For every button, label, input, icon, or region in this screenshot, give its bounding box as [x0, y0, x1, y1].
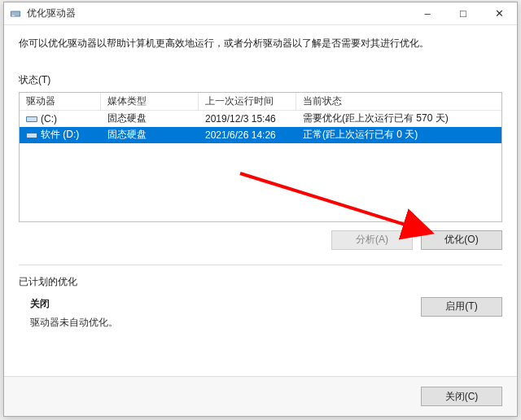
drive-icon [26, 114, 37, 124]
drive-name: 软件 (D:) [41, 128, 79, 142]
svg-rect-6 [27, 133, 37, 138]
analyze-button[interactable]: 分析(A) [331, 230, 413, 250]
media-cell: 固态硬盘 [101, 126, 199, 143]
close-window-button[interactable]: ✕ [481, 2, 517, 25]
titlebar: 优化驱动器 – □ ✕ [4, 2, 517, 25]
action-buttons: 分析(A) 优化(O) [19, 230, 502, 250]
drive-icon [26, 130, 37, 140]
drive-cell: (C:) [20, 112, 101, 126]
status-label: 状态(T) [19, 73, 502, 87]
svg-rect-4 [27, 117, 37, 121]
svg-rect-2 [12, 15, 15, 15]
description-text: 你可以优化驱动器以帮助计算机更高效地运行，或者分析驱动器以了解是否需要对其进行优… [19, 37, 502, 50]
schedule-row: 关闭 驱动器未自动优化。 启用(T) [19, 297, 502, 330]
col-drive[interactable]: 驱动器 [20, 92, 101, 111]
drive-cell: 软件 (D:) [20, 126, 101, 143]
window-title: 优化驱动器 [27, 7, 409, 20]
schedule-status: 关闭 [19, 297, 421, 311]
optimize-button[interactable]: 优化(O) [421, 230, 502, 250]
schedule-sub: 驱动器未自动优化。 [19, 316, 421, 330]
enable-button[interactable]: 启用(T) [421, 297, 502, 317]
schedule-text: 关闭 驱动器未自动优化。 [19, 297, 421, 330]
maximize-button[interactable]: □ [445, 2, 481, 25]
table-row[interactable]: 软件 (D:)固态硬盘2021/6/26 14:26正常(距上次运行已有 0 天… [20, 127, 501, 143]
app-icon [9, 7, 22, 20]
lastrun-cell: 2019/12/3 15:46 [199, 112, 296, 126]
lastrun-cell: 2021/6/26 14:26 [199, 128, 296, 142]
table-row[interactable]: (C:)固态硬盘2019/12/3 15:46需要优化(距上次运行已有 570 … [20, 111, 501, 127]
status-cell: 正常(距上次运行已有 0 天) [296, 126, 501, 143]
media-cell: 固态硬盘 [101, 110, 199, 127]
close-button[interactable]: 关闭(C) [421, 387, 502, 406]
status-cell: 需要优化(距上次运行已有 570 天) [296, 110, 501, 127]
list-header: 驱动器 媒体类型 上一次运行时间 当前状态 [20, 93, 501, 111]
minimize-button[interactable]: – [409, 2, 445, 25]
drive-name: (C:) [41, 113, 57, 125]
optimize-drives-window: 优化驱动器 – □ ✕ 你可以优化驱动器以帮助计算机更高效地运行，或者分析驱动器… [3, 2, 518, 417]
col-lastrun[interactable]: 上一次运行时间 [199, 92, 296, 111]
content-area: 你可以优化驱动器以帮助计算机更高效地运行，或者分析驱动器以了解是否需要对其进行优… [4, 25, 517, 376]
drive-list[interactable]: 驱动器 媒体类型 上一次运行时间 当前状态 (C:)固态硬盘2019/12/3 … [19, 92, 502, 222]
footer: 关闭(C) [4, 376, 517, 416]
divider [19, 265, 502, 265]
col-media[interactable]: 媒体类型 [101, 92, 199, 111]
col-status[interactable]: 当前状态 [296, 92, 501, 111]
schedule-title: 已计划的优化 [19, 275, 502, 289]
